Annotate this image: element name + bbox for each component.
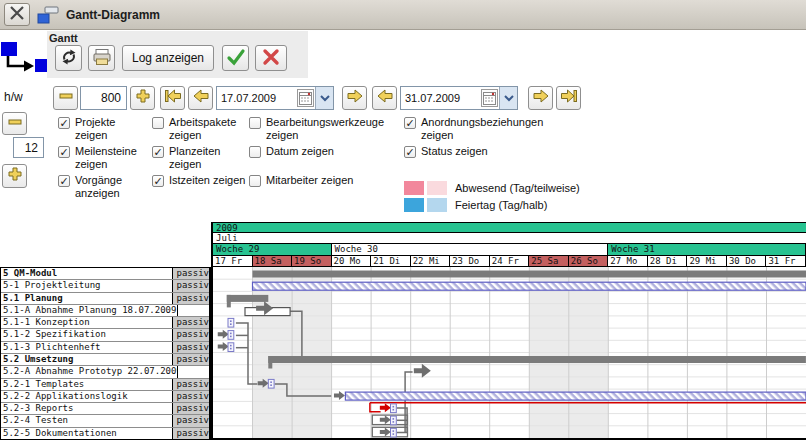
task-status-cell — [177, 305, 209, 316]
cancel-button[interactable] — [255, 45, 287, 71]
task-name-cell: 5.2-1 Templates — [1, 379, 172, 390]
hw-label: h/w — [4, 90, 23, 104]
plus-icon — [7, 166, 23, 186]
legend-row: Feiertag (Tag/halb) — [404, 198, 609, 212]
print-button[interactable] — [88, 45, 115, 71]
legend-row: Abwesend (Tag/teilweise) — [404, 181, 609, 195]
day-header-cell: 30 Do — [727, 256, 767, 266]
row-height-input[interactable]: 12 — [13, 137, 44, 158]
task-name-cell: 5.2 Umsetzung — [1, 354, 172, 365]
date-from-field[interactable]: 17.07.2009 — [216, 86, 334, 110]
checkbox-label: Bearbeitungswerkzeuge zeigen — [266, 116, 403, 142]
task-row[interactable]: 5-1 Projektleitungpassiv — [1, 279, 209, 291]
gantt-chart-body[interactable] — [213, 267, 806, 438]
options-column: ✓Anordnungsbeziehungen zeigen✓Status zei… — [404, 116, 609, 212]
refresh-icon — [60, 48, 78, 69]
task-name-cell: 5.2-A Abnahme Prototyp 22.07.2009 — [1, 366, 177, 377]
checkbox-unchecked-icon[interactable] — [249, 146, 261, 158]
task-row[interactable]: 5.1 Planungpassiv — [1, 292, 209, 304]
task-row[interactable]: 5.2-A Abnahme Prototyp 22.07.2009 — [1, 365, 209, 377]
width-increase-button[interactable] — [130, 86, 155, 110]
checkbox-checked-icon[interactable]: ✓ — [58, 146, 70, 158]
toolbar-group-label: Gantt — [49, 32, 78, 44]
calendar-icon[interactable] — [481, 89, 498, 107]
task-row[interactable]: 5.1-A Abnahme Planung 18.07.2009 — [1, 304, 209, 316]
legend-color-light — [427, 181, 447, 195]
checkbox-checked-icon[interactable]: ✓ — [152, 175, 164, 187]
ist-marker — [391, 428, 397, 437]
close-icon — [9, 6, 25, 24]
task-status-cell: passiv — [172, 428, 209, 439]
task-status-cell — [177, 366, 209, 377]
task-name-cell: 5-1 Projektleitung — [1, 280, 172, 291]
option-row: ✓Projekte zeigen — [58, 116, 152, 145]
day-header-cell: 27 Mo — [608, 256, 648, 266]
date-from-dropdown[interactable] — [315, 87, 333, 109]
option-row: ✓Istzeiten zeigen — [152, 174, 249, 203]
task-row[interactable]: 5.1-1 Konzeptionpassiv — [1, 316, 209, 328]
date-to-field[interactable]: 31.07.2009 — [400, 86, 518, 110]
task-status-cell: passiv — [172, 293, 209, 304]
date-to-dropdown[interactable] — [499, 87, 517, 109]
checkbox-unchecked-icon[interactable] — [152, 117, 164, 129]
week-header-cell: Woche 30 — [332, 244, 609, 255]
checkbox-checked-icon[interactable]: ✓ — [404, 146, 416, 158]
log-anzeigen-button[interactable]: Log anzeigen — [122, 45, 214, 71]
row-height-increase-button[interactable] — [2, 164, 27, 188]
title-bar: Gantt-Diagramm — [0, 0, 806, 30]
task-row[interactable]: 5.2-1 Templatespassiv — [1, 378, 209, 390]
task-status-cell: passiv — [172, 329, 209, 340]
task-status-cell: passiv — [172, 342, 209, 353]
prev-to-button[interactable] — [372, 86, 397, 110]
close-button[interactable] — [4, 3, 30, 26]
task-row[interactable]: 5.2-2 Applikationslogikpassiv — [1, 390, 209, 402]
task-row[interactable]: 5.2 Umsetzungpassiv — [1, 353, 209, 365]
width-input[interactable]: 800 — [80, 86, 127, 110]
checkbox-checked-icon[interactable]: ✓ — [152, 146, 164, 158]
day-header-cell: 25 Sa — [529, 256, 569, 266]
checkbox-unchecked-icon[interactable] — [249, 117, 261, 129]
ist-marker — [391, 416, 397, 425]
task-row[interactable]: 5.2-5 Dokumentationenpassiv — [1, 427, 209, 439]
checkbox-checked-icon[interactable]: ✓ — [404, 117, 416, 129]
prev-from-button[interactable] — [188, 86, 213, 110]
legend-color-full — [404, 181, 424, 195]
month-header: Juli — [213, 233, 806, 244]
planned-bar — [253, 282, 806, 290]
first-icon — [164, 89, 182, 107]
task-row[interactable]: 5 QM-Modulpassiv — [1, 268, 209, 279]
task-status-cell: passiv — [172, 268, 209, 279]
go-first-button[interactable] — [160, 86, 185, 110]
day-header-cell: 28 Di — [648, 256, 688, 266]
checkbox-unchecked-icon[interactable] — [249, 175, 261, 187]
checkbox-checked-icon[interactable]: ✓ — [58, 175, 70, 187]
row-height-decrease-button[interactable] — [2, 112, 27, 135]
task-row[interactable]: 5.1-3 Plichtenheftpassiv — [1, 341, 209, 353]
printer-icon — [92, 48, 112, 69]
cancel-icon — [261, 48, 281, 69]
next-from-button[interactable] — [342, 86, 367, 110]
task-name-cell: 5 QM-Modul — [1, 268, 172, 279]
width-value: 800 — [81, 91, 126, 105]
task-row[interactable]: 5.2-3 Reportspassiv — [1, 402, 209, 414]
window-icon — [36, 5, 60, 29]
calendar-icon[interactable] — [297, 89, 314, 107]
checkbox-checked-icon[interactable]: ✓ — [58, 117, 70, 129]
plus-icon — [135, 88, 151, 108]
next-to-button[interactable] — [528, 86, 553, 110]
task-name-cell: 5.1 Planung — [1, 293, 172, 304]
date-from-value: 17.07.2009 — [217, 92, 297, 104]
task-status-cell: passiv — [172, 317, 209, 328]
refresh-button[interactable] — [55, 45, 82, 71]
checkbox-label: Status zeigen — [421, 145, 549, 158]
legend-label: Feiertag (Tag/halb) — [455, 199, 547, 211]
confirm-button[interactable] — [222, 45, 249, 71]
width-decrease-button[interactable] — [53, 86, 78, 110]
day-header-cell: 21 Di — [371, 256, 411, 266]
checkbox-label: Planzeiten zeigen — [169, 145, 246, 171]
task-row[interactable]: 5.1-2 Spezifikationpassiv — [1, 328, 209, 340]
legend-color-full — [404, 198, 424, 212]
task-row[interactable]: 5.2-4 Testenpassiv — [1, 414, 209, 426]
go-last-button[interactable] — [556, 86, 581, 110]
option-row: Mitarbeiter zeigen — [249, 174, 404, 203]
